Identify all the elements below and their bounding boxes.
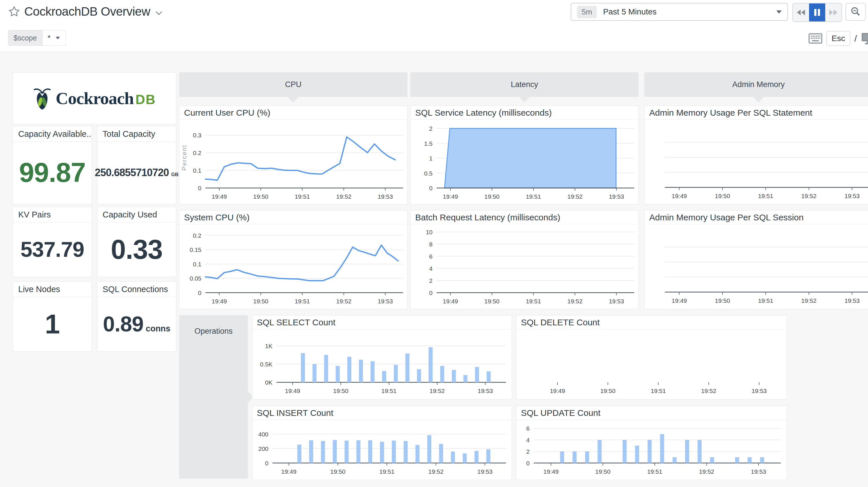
chart-card-admin-memory-session: Admin Memory Usage Per SQL Session 19:49… <box>644 210 868 309</box>
page-title: CockroachDB Overview <box>24 5 150 19</box>
chevron-down-icon[interactable] <box>154 8 163 18</box>
chart-title: Current User CPU (%) <box>180 106 407 120</box>
metric-card-live-nodes: Live Nodes 1 <box>13 281 92 352</box>
svg-text:19:52: 19:52 <box>430 388 445 394</box>
group-header-admin-memory[interactable]: Admin Memory <box>644 72 868 97</box>
metric-title: Total Capacity <box>97 126 176 142</box>
keyboard-icon[interactable] <box>808 33 823 44</box>
pause-button[interactable] <box>809 3 825 21</box>
svg-text:19:51: 19:51 <box>295 193 310 200</box>
group-header-operations[interactable]: Operations <box>179 315 248 479</box>
svg-text:2: 2 <box>526 448 530 455</box>
svg-text:19:50: 19:50 <box>330 468 346 475</box>
svg-text:0: 0 <box>265 460 269 466</box>
svg-text:19:53: 19:53 <box>378 193 393 200</box>
svg-text:19:51: 19:51 <box>526 193 541 200</box>
metric-value: 99.87 <box>19 157 86 188</box>
chart-title: System CPU (%) <box>180 210 407 224</box>
svg-text:19:49: 19:49 <box>672 297 687 304</box>
svg-text:2: 2 <box>429 125 433 132</box>
svg-text:6: 6 <box>429 253 433 260</box>
svg-text:0.3: 0.3 <box>193 132 202 139</box>
svg-text:0.5: 0.5 <box>424 170 433 177</box>
svg-text:19:51: 19:51 <box>651 388 666 394</box>
group-header-cpu[interactable]: CPU <box>179 72 407 97</box>
svg-text:19:50: 19:50 <box>484 298 500 305</box>
esc-button[interactable]: Esc <box>827 31 850 46</box>
forward-button[interactable] <box>825 3 841 21</box>
rewind-button[interactable] <box>793 3 809 21</box>
svg-text:19:52: 19:52 <box>428 468 443 475</box>
svg-text:19:50: 19:50 <box>715 297 730 304</box>
svg-text:19:51: 19:51 <box>758 297 774 304</box>
svg-text:19:53: 19:53 <box>477 468 493 475</box>
fullscreen-monitor-icon[interactable] <box>861 32 868 45</box>
chart-plot-batch-request-latency[interactable]: 024681019:4919:5019:5119:5219:53 <box>411 224 638 309</box>
svg-text:0.1: 0.1 <box>193 167 202 174</box>
chart-card-current-user-cpu: Current User CPU (%) 00.10.20.319:4919:5… <box>179 106 407 204</box>
svg-text:8: 8 <box>429 241 433 248</box>
svg-text:19:53: 19:53 <box>751 388 767 394</box>
svg-text:19:49: 19:49 <box>443 193 458 200</box>
chart-title: SQL UPDATE Count <box>516 406 786 420</box>
chart-plot-admin-memory-session[interactable]: 19:4919:5019:5119:5219:53 <box>645 224 868 309</box>
svg-text:19:49: 19:49 <box>281 468 297 475</box>
svg-text:400: 400 <box>258 431 269 437</box>
svg-text:0: 0 <box>429 289 433 296</box>
group-notch <box>287 96 299 103</box>
svg-text:19:52: 19:52 <box>336 298 352 305</box>
svg-text:19:53: 19:53 <box>378 298 393 305</box>
chart-plot-sql-delete-count[interactable]: 19:4919:5019:5119:5219:53 <box>516 330 786 399</box>
time-range-selector[interactable]: 5m Past 5 Minutes <box>571 3 788 21</box>
metric-title: Capacity Used <box>97 207 176 222</box>
svg-text:0: 0 <box>198 289 202 296</box>
cockroach-bug-icon <box>33 87 51 110</box>
dashboard-header: CockroachDB Overview <box>8 5 163 19</box>
chart-card-sql-delete-count: SQL DELETE Count 19:4919:5019:5119:5219:… <box>516 315 787 399</box>
svg-text:19:51: 19:51 <box>379 468 395 475</box>
metric-unit: GB <box>171 172 179 177</box>
svg-text:4: 4 <box>429 265 433 272</box>
svg-text:19:53: 19:53 <box>751 468 766 475</box>
group-label: Operations <box>179 327 248 336</box>
chart-plot-current-user-cpu[interactable]: 00.10.20.319:4919:5019:5119:5219:53Perce… <box>180 120 407 204</box>
chart-plot-sql-select-count[interactable]: 0K0.5K1K19:4919:5019:5119:5219:53 <box>252 330 512 399</box>
template-variable-scope[interactable]: $scope * <box>8 30 66 46</box>
metric-value: 0.33 <box>111 234 163 265</box>
fast-forward-icon <box>829 8 838 17</box>
metric-title: KV Pairs <box>13 207 92 222</box>
brand-suffix: DB <box>135 92 156 107</box>
svg-text:19:50: 19:50 <box>600 388 616 394</box>
metric-value: 537.79 <box>21 237 84 262</box>
metric-card-sql-connections: SQL Connections 0.89conns <box>97 281 176 352</box>
chart-plot-sql-update-count[interactable]: 024619:4919:5019:5119:5219:53 <box>516 420 786 480</box>
chart-title: SQL DELETE Count <box>516 316 786 330</box>
chart-card-system-cpu: System CPU (%) 00.050.10.150.219:4919:50… <box>179 210 407 309</box>
svg-text:19:53: 19:53 <box>845 193 860 199</box>
svg-text:19:52: 19:52 <box>567 298 583 305</box>
chart-card-batch-request-latency: Batch Request Latency (milliseconds) 024… <box>410 210 639 309</box>
svg-text:19:49: 19:49 <box>285 388 300 394</box>
svg-text:0: 0 <box>429 185 433 192</box>
pause-icon <box>813 8 821 17</box>
svg-text:19:52: 19:52 <box>336 193 352 200</box>
metric-card-capacity-used: Capacity Used 0.33 <box>97 207 176 277</box>
zoom-out-button[interactable] <box>845 3 866 21</box>
svg-text:Percent: Percent <box>181 145 188 171</box>
svg-text:19:52: 19:52 <box>801 297 816 304</box>
chart-card-sql-select-count: SQL SELECT Count 0K0.5K1K19:4919:5019:51… <box>252 315 512 399</box>
group-label: Latency <box>511 80 538 89</box>
svg-text:19:53: 19:53 <box>609 193 624 200</box>
chart-plot-sql-service-latency[interactable]: 00.511.5219:4919:5019:5119:5219:53 <box>411 120 638 204</box>
chart-plot-sql-insert-count[interactable]: 020040019:4919:5019:5119:5219:53 <box>252 420 512 480</box>
metric-unit: conns <box>146 324 170 334</box>
group-header-latency[interactable]: Latency <box>410 72 639 97</box>
group-label: CPU <box>285 80 301 89</box>
svg-text:0.5K: 0.5K <box>260 361 273 368</box>
chart-plot-admin-memory-statement[interactable]: 19:4919:5019:5119:5219:53 <box>645 120 868 204</box>
svg-text:4: 4 <box>526 437 530 443</box>
chart-plot-system-cpu[interactable]: 00.050.10.150.219:4919:5019:5119:5219:53 <box>180 224 407 309</box>
metric-title: Capacity Available... <box>13 126 92 142</box>
star-icon[interactable] <box>8 5 20 18</box>
metric-title: Live Nodes <box>13 282 92 297</box>
